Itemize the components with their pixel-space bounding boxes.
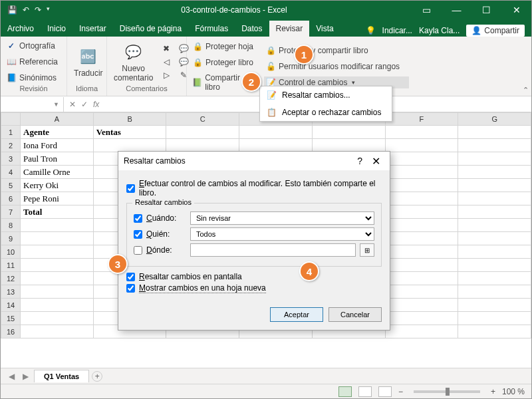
cell[interactable] xyxy=(458,139,531,152)
cell[interactable] xyxy=(21,232,94,245)
row-header[interactable]: 5 xyxy=(1,179,21,192)
cell[interactable] xyxy=(386,325,459,338)
list-new-sheet-checkbox[interactable]: Mostrar cambios en una hoja nueva xyxy=(126,283,382,293)
cell[interactable] xyxy=(21,325,94,338)
highlight-screen-checkbox[interactable]: Resaltar cambios en pantalla xyxy=(126,272,382,281)
tab-insertar[interactable]: Insertar xyxy=(72,21,113,37)
who-checkbox[interactable] xyxy=(134,230,142,239)
cell[interactable] xyxy=(386,152,459,166)
when-select[interactable]: Sin revisar xyxy=(190,211,374,225)
cell[interactable] xyxy=(21,245,94,259)
cell[interactable] xyxy=(21,272,94,285)
name-box[interactable]: ▼ xyxy=(1,97,64,112)
next-comment-button[interactable]: ▷ xyxy=(160,69,173,81)
cell[interactable] xyxy=(386,245,459,259)
allow-ranges-button[interactable]: 🔓Permitir usuarios modificar rangos xyxy=(264,61,409,72)
row-header[interactable]: 10 xyxy=(1,245,21,259)
cell[interactable] xyxy=(386,192,459,205)
cell[interactable] xyxy=(458,299,531,312)
cell[interactable] xyxy=(386,126,459,139)
cell[interactable]: Kerry Oki xyxy=(21,179,94,192)
namebox-dropdown-icon[interactable]: ▼ xyxy=(53,101,59,108)
cell[interactable] xyxy=(458,312,531,325)
cell[interactable] xyxy=(21,219,94,232)
tab-diseño de página[interactable]: Diseño de página xyxy=(113,21,188,37)
highlight-changes-item[interactable]: 📝Resaltar cambios... xyxy=(260,86,392,104)
delete-comment-button[interactable]: ✖ xyxy=(160,43,173,55)
tellme-icon[interactable]: 💡 xyxy=(366,26,376,35)
cell[interactable] xyxy=(21,312,94,325)
cell[interactable]: Paul Tron xyxy=(21,152,94,166)
new-comment-button[interactable]: 💬Nuevo comentario xyxy=(111,39,156,84)
enter-fx-icon[interactable]: ✓ xyxy=(81,100,88,109)
when-checkbox[interactable] xyxy=(134,214,142,223)
cell[interactable] xyxy=(386,312,459,325)
cell[interactable] xyxy=(458,272,531,285)
translate-button[interactable]: 🔤Traducir xyxy=(71,39,106,84)
cell[interactable]: Agente xyxy=(21,126,94,139)
cell[interactable] xyxy=(386,219,459,232)
normal-view-icon[interactable] xyxy=(338,386,352,397)
share-button[interactable]: 👤 Compartir xyxy=(466,25,525,37)
cell[interactable] xyxy=(386,166,459,179)
cell[interactable] xyxy=(458,245,531,259)
dialog-help-icon[interactable]: ? xyxy=(352,156,368,166)
spellcheck-button[interactable]: ✓Ortografía xyxy=(5,40,63,52)
cell[interactable] xyxy=(458,259,531,272)
zoom-out-icon[interactable]: − xyxy=(398,387,403,396)
user-name[interactable]: Kayla Cla... xyxy=(419,26,460,35)
zoom-level[interactable]: 100 % xyxy=(502,387,525,396)
cell[interactable] xyxy=(458,205,531,219)
row-header[interactable]: 12 xyxy=(1,272,21,285)
zoom-in-icon[interactable]: + xyxy=(491,387,495,396)
tab-fórmulas[interactable]: Fórmulas xyxy=(188,21,235,37)
cell[interactable] xyxy=(458,325,531,338)
cell[interactable] xyxy=(166,126,239,139)
cell[interactable] xyxy=(386,272,459,285)
cell[interactable] xyxy=(458,219,531,232)
tab-datos[interactable]: Datos xyxy=(235,21,269,37)
tab-archivo[interactable]: Archivo xyxy=(1,21,41,37)
cell[interactable] xyxy=(239,139,313,152)
protect-workbook-button[interactable]: 🔒Proteger libro xyxy=(191,57,256,68)
cancel-button[interactable]: Cancelar xyxy=(329,307,382,322)
cell[interactable]: Total xyxy=(21,205,94,219)
qat-dropdown-icon[interactable]: ▾ xyxy=(47,5,50,15)
save-icon[interactable]: 💾 xyxy=(7,5,17,15)
tab-vista[interactable]: Vista xyxy=(309,21,340,37)
redo-icon[interactable]: ↷ xyxy=(35,5,41,15)
where-input[interactable] xyxy=(190,243,356,257)
dialog-close-icon[interactable]: ✕ xyxy=(368,155,384,168)
cell[interactable] xyxy=(21,285,94,299)
sheet-tab[interactable]: Q1 Ventas xyxy=(34,370,89,382)
page-layout-view-icon[interactable] xyxy=(358,386,372,397)
new-sheet-icon[interactable]: + xyxy=(92,371,102,382)
cell[interactable] xyxy=(386,205,459,219)
col-header[interactable]: B xyxy=(94,112,167,126)
sheet-nav-prev-icon[interactable]: ◀ xyxy=(6,372,17,381)
tab-inicio[interactable]: Inicio xyxy=(41,21,72,37)
col-header[interactable]: G xyxy=(458,112,531,126)
cell[interactable] xyxy=(386,299,459,312)
tellme-text[interactable]: Indicar... xyxy=(382,26,412,35)
accept-reject-item[interactable]: 📋Aceptar o rechazar cambios xyxy=(260,104,392,121)
row-header[interactable]: 3 xyxy=(1,152,21,166)
cell[interactable] xyxy=(386,232,459,245)
cell[interactable] xyxy=(94,139,167,152)
cell[interactable] xyxy=(458,179,531,192)
cell[interactable]: Iona Ford xyxy=(21,139,94,152)
cell[interactable] xyxy=(458,232,531,245)
track-changes-checkbox[interactable]: EEfectuar control de cambios al modifica… xyxy=(126,179,382,198)
accept-button[interactable]: Aceptar xyxy=(270,307,323,322)
thesaurus-button[interactable]: 📘Sinónimos xyxy=(5,72,63,84)
col-header[interactable]: C xyxy=(166,112,239,126)
cell[interactable] xyxy=(21,259,94,272)
cell[interactable] xyxy=(386,139,459,152)
cell[interactable] xyxy=(239,126,313,139)
cell[interactable]: Camille Orne xyxy=(21,166,94,179)
row-header[interactable]: 11 xyxy=(1,259,21,272)
cell[interactable] xyxy=(458,166,531,179)
cell[interactable]: Ventas xyxy=(94,126,167,139)
cell[interactable] xyxy=(166,139,239,152)
sheet-nav-next-icon[interactable]: ▶ xyxy=(20,372,31,381)
